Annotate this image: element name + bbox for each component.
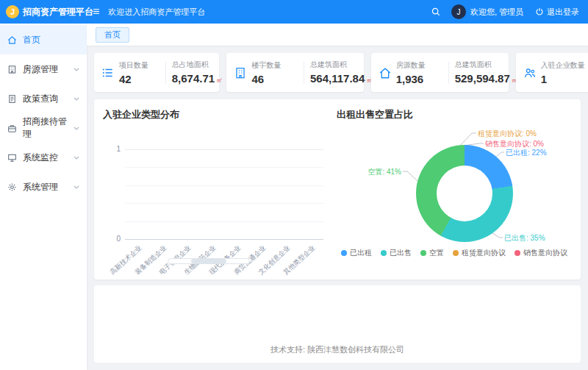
legend-label: 租赁意向协议	[462, 248, 506, 258]
pie-label-rented: 已出租: 22%	[506, 148, 547, 158]
stat-card-housing: 房源数量1,936 总建筑面积529,594.87㎡	[371, 53, 509, 92]
divider	[304, 62, 304, 84]
content: 项目数量42 总占地面积8,674.71㎡ 楼宇数量46 总建筑面积564,11…	[87, 46, 588, 370]
sidebar-item-policy[interactable]: 政策查询	[0, 84, 87, 113]
chevron-down-icon	[74, 127, 79, 130]
stats-row: 项目数量42 总占地面积8,674.71㎡ 楼宇数量46 总建筑面积564,11…	[94, 53, 581, 92]
bar-x-axis-labels: 高新技术企业装备制造企业电子信息企业生物医药企业现代服务企业商贸流通企业文化创意…	[103, 241, 331, 270]
legend-item[interactable]: 销售意向协议	[514, 248, 567, 258]
gear-icon	[7, 182, 17, 192]
metric-value: 529,594.87㎡	[455, 72, 501, 85]
legend-item[interactable]: 已出售	[381, 248, 412, 258]
donut-ring[interactable]	[416, 145, 513, 242]
x-axis-line	[125, 239, 323, 240]
tab-bar: 首页	[87, 24, 588, 46]
metric-label: 入驻企业数量	[541, 60, 585, 71]
sidebar: 首页 房源管理 政策查询 招商接待管理 系统监控 系统管理	[0, 24, 87, 370]
search-icon[interactable]	[431, 7, 441, 17]
legend-item[interactable]: 空置	[420, 248, 444, 258]
chevron-down-icon	[74, 68, 79, 71]
metric-value: 1,936	[396, 73, 442, 85]
sidebar-item-housing[interactable]: 房源管理	[0, 54, 87, 84]
monitor-icon	[7, 153, 17, 163]
chevron-down-icon	[74, 156, 79, 160]
pie-legend: 已出租已出售空置租赁意向协议销售意向协议	[337, 248, 572, 258]
metric-label: 总占地面积	[172, 60, 212, 70]
bar-series	[103, 123, 331, 239]
metric-value: 1	[541, 73, 585, 85]
pie-chart-title: 出租出售空置占比	[337, 108, 572, 120]
sidebar-item-label: 首页	[23, 34, 40, 46]
legend-dot	[420, 250, 426, 256]
welcome-text: 欢迎进入招商资产管理平台	[108, 7, 205, 18]
sidebar-item-label: 房源管理	[23, 63, 58, 76]
menu-toggle-icon[interactable]: ≡	[93, 6, 99, 18]
tab-home[interactable]: 首页	[96, 27, 129, 43]
logout-button[interactable]: 退出登录	[535, 7, 579, 18]
metric-label: 楼宇数量	[251, 60, 298, 71]
occupancy-chart: 出租出售空置占比 租赁意向协议: 0% 销售意	[337, 108, 572, 274]
app-logo: J	[6, 5, 19, 18]
metric-label: 总建筑面积	[455, 60, 501, 70]
main-area: 首页 项目数量42 总占地面积8,674.71㎡ 楼宇数量46 总建筑面积564…	[87, 24, 588, 370]
document-icon	[7, 94, 17, 104]
charts-panel: 入驻企业类型分布 1 0 高新技术企业装备制造企业电子信息企业生物医药企业现代服…	[94, 99, 581, 280]
metric-value: 46	[251, 73, 298, 85]
sidebar-item-label: 政策查询	[23, 93, 58, 105]
legend-dot	[381, 250, 387, 256]
logout-label: 退出登录	[547, 7, 579, 18]
legend-label: 已出售	[390, 248, 412, 258]
legend-label: 已出租	[350, 248, 372, 258]
top-header: J 招商资产管理平台 ≡ 欢迎进入招商资产管理平台 J 欢迎您, 管理员 退出登…	[0, 0, 588, 24]
brand: J 招商资产管理平台	[0, 5, 87, 18]
legend-item[interactable]: 租赁意向协议	[453, 248, 506, 258]
sidebar-item-reception[interactable]: 招商接待管理	[0, 113, 87, 143]
legend-dot	[341, 250, 347, 256]
divider	[165, 62, 166, 84]
sidebar-item-label: 系统管理	[23, 181, 58, 193]
home-icon	[379, 66, 392, 79]
sidebar-item-label: 系统监控	[23, 152, 58, 164]
sidebar-item-system[interactable]: 系统管理	[0, 172, 87, 202]
building-icon	[7, 65, 17, 74]
zoom-handle[interactable]	[191, 259, 226, 263]
chart-zoom-slider[interactable]	[168, 258, 250, 264]
briefcase-icon	[7, 124, 17, 133]
pie-label-lease-intent: 租赁意向协议: 0%	[478, 129, 537, 139]
logout-icon	[535, 7, 544, 16]
metric-value: 42	[119, 73, 159, 85]
footer-text: 技术支持: 陕西沣慧数创科技有限公司	[270, 345, 404, 354]
metric-unit: ㎡	[216, 77, 223, 84]
legend-label: 空置	[429, 248, 444, 258]
metric-value: 564,117.84㎡	[310, 72, 356, 85]
building-icon	[234, 66, 247, 79]
legend-item[interactable]: 已出租	[341, 248, 372, 258]
legend-dot	[453, 250, 459, 256]
metric-label: 项目数量	[119, 60, 159, 71]
sidebar-item-label: 招商接待管理	[23, 115, 68, 140]
footer: 技术支持: 陕西沣慧数创科技有限公司	[94, 285, 581, 363]
list-icon	[101, 66, 115, 79]
home-icon	[7, 35, 17, 45]
sidebar-item-monitoring[interactable]: 系统监控	[0, 143, 87, 172]
legend-dot	[514, 250, 520, 256]
sidebar-item-home[interactable]: 首页	[0, 25, 87, 54]
pie-chart: 租赁意向协议: 0% 销售意向协议: 0% 已出租: 22% 空置: 41% 已…	[337, 123, 572, 274]
stat-card-projects: 项目数量42 总占地面积8,674.71㎡	[94, 53, 219, 92]
app-title: 招商资产管理平台	[23, 6, 93, 18]
divider	[448, 62, 449, 84]
stat-card-enterprises: 入驻企业数量1 入驻面积占比0.0%	[516, 53, 588, 92]
chevron-down-icon	[74, 97, 79, 101]
legend-label: 销售意向协议	[523, 248, 567, 258]
bar-chart-title: 入驻企业类型分布	[103, 108, 337, 120]
metric-label: 总建筑面积	[310, 60, 356, 70]
stat-card-buildings: 楼宇数量46 总建筑面积564,117.84㎡	[226, 53, 363, 92]
avatar[interactable]: J	[451, 4, 466, 19]
pie-label-vacant: 空置: 41%	[368, 167, 401, 177]
team-icon	[523, 66, 537, 79]
pie-label-sold: 已出售: 35%	[504, 233, 545, 243]
bar-chart: 1 0 高新技术企业装备制造企业电子信息企业生物医药企业现代服务企业商贸流通企业…	[103, 123, 331, 274]
chevron-down-icon	[74, 185, 79, 189]
metric-label: 房源数量	[396, 60, 442, 71]
metric-value: 8,674.71㎡	[172, 72, 212, 85]
